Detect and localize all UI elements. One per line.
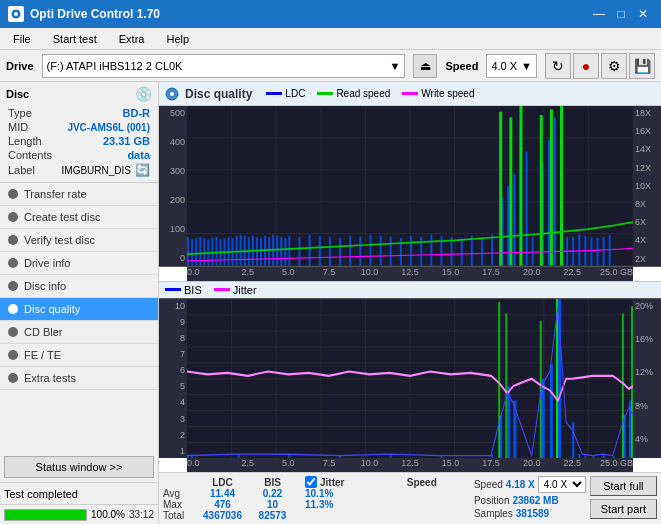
svg-rect-44 <box>280 237 282 265</box>
chart1-legend: LDC Read speed Write speed <box>266 88 474 99</box>
stats-row-avg: Avg 11.44 0.22 10.1% <box>163 488 470 499</box>
svg-rect-128 <box>578 454 580 458</box>
sidebar-item-disc-quality[interactable]: Disc quality <box>0 298 158 321</box>
nav-item-label: Extra tests <box>24 372 76 384</box>
refresh-button[interactable]: ↻ <box>545 53 571 79</box>
nav-dot-icon <box>8 235 18 245</box>
content-area: Disc quality LDC Read speed Write speed <box>159 82 661 524</box>
sidebar-item-extra-tests[interactable]: Extra tests <box>0 367 158 390</box>
disc-length-value: 23.31 GB <box>103 135 150 147</box>
svg-rect-48 <box>309 235 311 266</box>
svg-rect-60 <box>430 235 432 266</box>
svg-rect-54 <box>369 235 371 266</box>
drive-selector[interactable]: (F:) ATAPI iHBS112 2 CL0K ▼ <box>42 54 406 78</box>
maximize-button[interactable]: □ <box>611 5 631 23</box>
nav-item-label: Verify test disc <box>24 234 95 246</box>
sidebar-item-cd-bler[interactable]: CD Bler <box>0 321 158 344</box>
disc-icon: 💿 <box>135 86 152 102</box>
position-label: Position <box>474 495 510 506</box>
svg-rect-135 <box>498 301 500 458</box>
svg-rect-74 <box>548 140 550 265</box>
menu-extra[interactable]: Extra <box>110 30 154 48</box>
start-full-button[interactable]: Start full <box>590 476 657 496</box>
start-part-button[interactable]: Start part <box>590 499 657 519</box>
drive-eject-button[interactable]: ⏏ <box>413 54 437 78</box>
speed-position-area: Speed 4.18 X 4.0 X Position 23862 MB Sam… <box>474 476 586 519</box>
minimize-button[interactable]: — <box>589 5 609 23</box>
chart2-container: 10 9 8 7 6 5 4 3 2 1 <box>159 299 661 459</box>
svg-rect-83 <box>603 237 605 265</box>
legend-read-speed-label: Read speed <box>336 88 390 99</box>
position-value: 23862 MB <box>512 495 558 506</box>
y-label-300: 300 <box>159 166 187 176</box>
svg-rect-68 <box>507 186 509 266</box>
menu-help[interactable]: Help <box>157 30 198 48</box>
stats-avg-ldc: 11.44 <box>195 488 250 499</box>
settings-button[interactable]: ⚙ <box>601 53 627 79</box>
sidebar-item-transfer-rate[interactable]: Transfer rate <box>0 183 158 206</box>
menu-start-test[interactable]: Start test <box>44 30 106 48</box>
legend-read-speed-color <box>317 92 333 95</box>
time-value: 33:12 <box>129 509 154 520</box>
svg-rect-63 <box>461 238 463 265</box>
legend-ldc-color <box>266 92 282 95</box>
svg-rect-55 <box>380 236 382 266</box>
sidebar-item-verify-test-disc[interactable]: Verify test disc <box>0 229 158 252</box>
stats-avg-bis: 0.22 <box>250 488 295 499</box>
stats-area: LDC BIS Jitter Speed Avg 11.44 <box>159 472 661 524</box>
sidebar-item-fe-te[interactable]: FE / TE <box>0 344 158 367</box>
col-header-bis: BIS <box>250 476 295 488</box>
svg-rect-82 <box>597 238 599 265</box>
svg-rect-65 <box>481 237 483 265</box>
nav-item-label: FE / TE <box>24 349 61 361</box>
sidebar-item-disc-info[interactable]: Disc info <box>0 275 158 298</box>
stats-row-max: Max 476 10 11.3% <box>163 499 470 510</box>
svg-rect-47 <box>299 237 301 265</box>
svg-rect-28 <box>215 237 217 265</box>
disc-label-row: Label IMGBURN_DIS 🔄 <box>6 162 152 178</box>
drive-label: Drive <box>6 60 34 72</box>
legend-jitter-color <box>214 288 230 291</box>
legend-bis-color <box>165 288 181 291</box>
nav-dot-icon <box>8 327 18 337</box>
speed-dropdown-icon: ▼ <box>521 60 532 72</box>
main-area: Disc 💿 Type BD-R MID JVC-AMS6L (001) Len… <box>0 82 661 524</box>
nav-dot-icon <box>8 304 18 314</box>
content-header: Disc quality LDC Read speed Write speed <box>159 82 661 106</box>
speed-label: Speed <box>445 60 478 72</box>
burn-button[interactable]: ● <box>573 53 599 79</box>
status-text: Test completed <box>4 488 78 500</box>
speed-select-control[interactable]: 4.0 X <box>538 476 586 493</box>
disc-section: Disc 💿 Type BD-R MID JVC-AMS6L (001) Len… <box>0 82 158 183</box>
sidebar-status-bar: Test completed <box>0 482 158 504</box>
svg-rect-88 <box>540 115 543 265</box>
svg-rect-64 <box>471 236 473 266</box>
disc-type-value: BD-R <box>123 107 151 119</box>
app-title: Opti Drive Control 1.70 <box>30 7 160 21</box>
menu-file[interactable]: File <box>4 30 40 48</box>
status-window-button[interactable]: Status window >> <box>4 456 154 478</box>
legend-write-speed-label: Write speed <box>421 88 474 99</box>
progress-bar-fill <box>5 510 86 520</box>
svg-rect-58 <box>410 236 412 266</box>
svg-rect-124 <box>542 378 545 458</box>
nav-dot-icon <box>8 189 18 199</box>
samples-value: 381589 <box>516 508 549 519</box>
svg-rect-27 <box>211 238 213 265</box>
svg-rect-24 <box>199 237 201 265</box>
svg-rect-90 <box>560 106 563 266</box>
jitter-checkbox[interactable] <box>305 476 317 488</box>
content-title: Disc quality <box>185 87 252 101</box>
speed-selector[interactable]: 4.0 X ▼ <box>486 54 537 78</box>
speed-value-display: 4.18 X <box>506 479 535 490</box>
svg-rect-53 <box>359 237 361 265</box>
stats-max-bis: 10 <box>250 499 295 510</box>
stats-label-max: Max <box>163 499 195 510</box>
svg-rect-50 <box>329 237 331 265</box>
close-button[interactable]: ✕ <box>633 5 653 23</box>
svg-rect-125 <box>550 364 553 458</box>
sidebar-item-drive-info[interactable]: Drive info <box>0 252 158 275</box>
disc-section-label: Disc <box>6 88 29 100</box>
sidebar-item-create-test-disc[interactable]: Create test disc <box>0 206 158 229</box>
save-button[interactable]: 💾 <box>629 53 655 79</box>
